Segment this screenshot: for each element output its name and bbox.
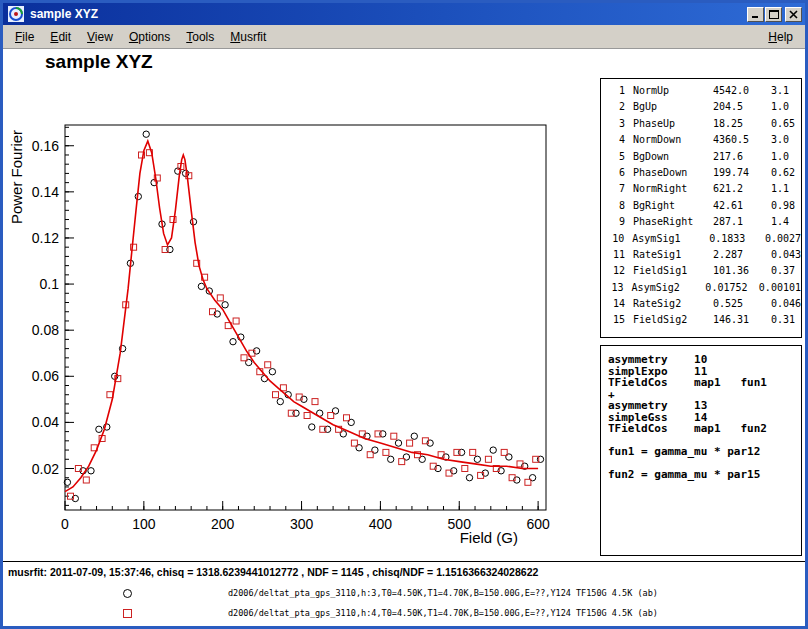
param-error: 0.37	[771, 265, 801, 281]
param-value: 621.2	[713, 183, 771, 199]
param-value: 146.31	[713, 314, 771, 330]
svg-text:0.12: 0.12	[32, 230, 59, 246]
param-error: 0.00101	[759, 282, 801, 298]
param-number: 11	[607, 249, 625, 265]
menu-options[interactable]: Options	[121, 26, 178, 48]
minimize-button[interactable]	[747, 7, 764, 22]
menu-help[interactable]: Help	[760, 26, 801, 48]
param-name: AsymSig2	[632, 282, 706, 298]
param-value: 42.61	[713, 200, 771, 216]
square-marker-icon	[123, 609, 132, 618]
param-number: 4	[607, 134, 625, 150]
param-row: 8BgRight42.610.98	[607, 200, 801, 216]
param-name: PhaseRight	[633, 216, 713, 232]
param-number: 1	[607, 85, 625, 101]
svg-text:600: 600	[526, 516, 550, 532]
canvas-area: sample XYZ 01002003004005006000.020.040.…	[3, 49, 805, 626]
param-name: BgUp	[633, 101, 713, 117]
param-value: 0.525	[713, 298, 771, 314]
param-error: 0.31	[771, 314, 801, 330]
theory-text: asymmetry 10 simplExpo 11 TFieldCos map1…	[608, 354, 801, 481]
param-name: AsymSig1	[632, 233, 709, 249]
param-number: 8	[607, 200, 625, 216]
window-controls	[746, 7, 802, 22]
param-row: 3PhaseUp18.250.65	[607, 118, 801, 134]
param-error: 1.0	[771, 101, 801, 117]
param-number: 9	[607, 216, 625, 232]
param-row: 14RateSig20.5250.046	[607, 298, 801, 314]
legend-entry-2: d2006/deltat_pta_gps_3110,h:4,T0=4.50K,T…	[3, 607, 805, 621]
param-error: 1.1	[771, 183, 801, 199]
param-number: 6	[607, 167, 625, 183]
param-error: 1.4	[771, 216, 801, 232]
close-button[interactable]	[785, 7, 802, 22]
param-name: NormRight	[633, 183, 713, 199]
param-value: 18.25	[713, 118, 771, 134]
plot-svg[interactable]: 01002003004005006000.020.040.060.080.10.…	[3, 49, 598, 594]
param-number: 14	[607, 298, 625, 314]
param-table: 1NormUp4542.03.12BgUp204.51.03PhaseUp18.…	[607, 85, 801, 331]
param-value: 287.1	[713, 216, 771, 232]
svg-text:400: 400	[369, 516, 393, 532]
param-number: 13	[607, 282, 624, 298]
param-row: 11RateSig12.2870.043	[607, 249, 801, 265]
legend-label-2: d2006/deltat_pta_gps_3110,h:4,T0=4.50K,T…	[228, 608, 658, 618]
menu-edit[interactable]: Edit	[42, 26, 79, 48]
param-value: 4360.5	[713, 134, 771, 150]
fit-status-text: musrfit: 2011-07-09, 15:37:46, chisq = 1…	[8, 566, 538, 578]
param-name: NormDown	[633, 134, 713, 150]
param-number: 7	[607, 183, 625, 199]
param-error: 0.046	[771, 298, 801, 314]
menu-musrfit[interactable]: Musrfit	[222, 26, 274, 48]
param-number: 3	[607, 118, 625, 134]
param-value: 2.287	[713, 249, 771, 265]
svg-text:0.14: 0.14	[32, 184, 59, 200]
param-error: 0.65	[771, 118, 801, 134]
svg-text:0: 0	[61, 516, 69, 532]
param-row: 12FieldSig1101.360.37	[607, 265, 801, 281]
param-error: 1.0	[771, 151, 801, 167]
param-name: PhaseDown	[633, 167, 713, 183]
param-name: NormUp	[633, 85, 713, 101]
param-error: 0.043	[771, 249, 801, 265]
svg-text:200: 200	[211, 516, 235, 532]
param-row: 4NormDown4360.53.0	[607, 134, 801, 150]
svg-text:Power Fourier: Power Fourier	[8, 130, 25, 224]
menu-file[interactable]: File	[7, 26, 42, 48]
svg-text:Field (G): Field (G)	[460, 529, 518, 546]
param-row: 1NormUp4542.03.1	[607, 85, 801, 101]
theory-panel: asymmetry 10 simplExpo 11 TFieldCos map1…	[600, 345, 802, 556]
param-value: 217.6	[713, 151, 771, 167]
svg-text:0.04: 0.04	[32, 414, 59, 430]
param-name: PhaseUp	[633, 118, 713, 134]
menu-tools[interactable]: Tools	[178, 26, 222, 48]
param-error: 0.62	[771, 167, 801, 183]
status-separator	[3, 561, 805, 562]
svg-text:0.1: 0.1	[40, 276, 60, 292]
parameter-panel: 1NormUp4542.03.12BgUp204.51.03PhaseUp18.…	[600, 78, 802, 338]
param-row: 9PhaseRight287.11.4	[607, 216, 801, 232]
param-error: 0.98	[771, 200, 801, 216]
legend-label-1: d2006/deltat_pta_gps_3110,h:3,T0=4.50K,T…	[228, 588, 658, 598]
param-row: 5BgDown217.61.0	[607, 151, 801, 167]
svg-text:300: 300	[290, 516, 314, 532]
param-value: 101.36	[713, 265, 771, 281]
param-row: 7NormRight621.21.1	[607, 183, 801, 199]
param-number: 2	[607, 101, 625, 117]
param-number: 10	[607, 233, 624, 249]
param-name: FieldSig1	[633, 265, 713, 281]
param-row: 15FieldSig2146.310.31	[607, 314, 801, 330]
maximize-button[interactable]	[765, 7, 782, 22]
param-value: 4542.0	[713, 85, 771, 101]
param-name: RateSig1	[633, 249, 713, 265]
menubar: File Edit View Options Tools Musrfit Hel…	[3, 25, 805, 49]
titlebar[interactable]: sample XYZ	[3, 3, 805, 25]
svg-text:0.02: 0.02	[32, 461, 59, 477]
param-value: 199.74	[713, 167, 771, 183]
svg-text:100: 100	[132, 516, 156, 532]
param-number: 5	[607, 151, 625, 167]
app-icon	[8, 6, 24, 22]
menu-view[interactable]: View	[79, 26, 121, 48]
param-name: FieldSig2	[633, 314, 713, 330]
param-name: BgDown	[633, 151, 713, 167]
